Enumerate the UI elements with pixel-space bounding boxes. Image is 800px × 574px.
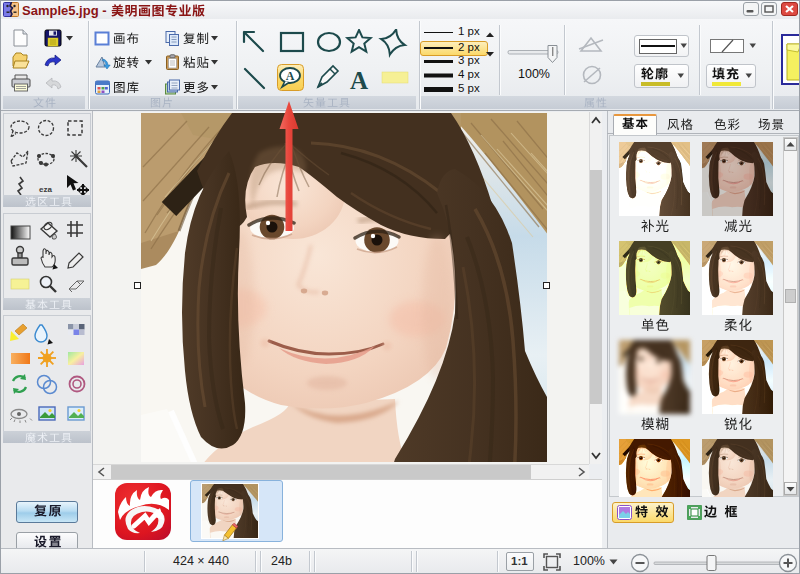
svg-text:A: A [286, 69, 295, 83]
svg-text:eza: eza [39, 185, 52, 194]
svg-text:A: A [350, 67, 368, 93]
